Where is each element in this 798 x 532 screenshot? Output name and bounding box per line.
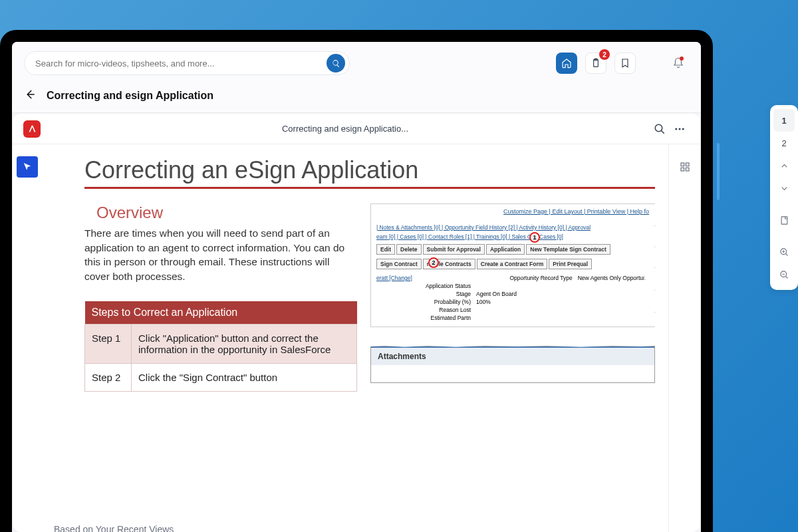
sf-button-row: 1 Edit Delete Submit for Approval Applic… xyxy=(376,244,649,255)
document-right-column: Customize Page | Edit Layout | Printable… xyxy=(370,203,655,392)
chevron-up-icon xyxy=(779,161,789,171)
sf-edit-button: Edit xyxy=(376,244,395,255)
svg-point-3 xyxy=(676,128,677,130)
page-2-button[interactable]: 2 xyxy=(773,132,795,154)
grid-icon xyxy=(680,162,690,172)
recent-views-label: Based on Your Recent Views xyxy=(54,524,174,532)
document-page: Correcting an eSign Application Overview… xyxy=(42,144,668,532)
annotation-circle-1: 1 xyxy=(529,232,540,243)
page-1-button[interactable]: 1 xyxy=(773,109,795,132)
sf-button-row: 2 Sign Contract ntable Contracts Create … xyxy=(376,259,649,269)
grid-view-button[interactable] xyxy=(674,156,696,178)
sf-submit-approval-button: Submit for Approval xyxy=(423,244,485,255)
pdf-search-button[interactable] xyxy=(650,119,670,139)
search-icon xyxy=(654,123,666,135)
svg-point-4 xyxy=(679,128,680,130)
attachments-panel: Attachments xyxy=(370,346,655,383)
topbar: 2 xyxy=(12,42,701,83)
pdf-sidebar xyxy=(668,144,700,532)
bookmark-icon xyxy=(620,58,630,68)
step-text: Click the "Sign Contract" button xyxy=(132,363,357,391)
cursor-icon xyxy=(22,162,33,172)
table-row: Step 1 Click "Application" button and co… xyxy=(85,324,357,363)
page-title: Correcting and esign Application xyxy=(47,90,213,102)
svg-point-2 xyxy=(655,124,662,132)
clipboard-button[interactable]: 2 xyxy=(585,53,606,74)
home-icon xyxy=(561,58,572,68)
home-button[interactable] xyxy=(556,53,577,74)
salesforce-screenshot: Customize Page | Edit Layout | Printable… xyxy=(370,203,655,327)
document-left-column: Overview There are times when you will n… xyxy=(84,203,357,392)
sf-page-links: Customize Page | Edit Layout | Printable… xyxy=(376,208,649,215)
pdf-more-button[interactable] xyxy=(670,119,690,139)
arrow-left-icon xyxy=(24,88,36,100)
search-button[interactable] xyxy=(327,54,345,72)
zoom-in-icon xyxy=(779,247,789,257)
zoom-out-button[interactable] xyxy=(773,263,795,286)
scrollbar-indicator[interactable] xyxy=(717,143,720,200)
titlebar: Correcting and esign Application xyxy=(12,83,701,113)
pdf-viewer: Correcting and esign Applicatio... Corre… xyxy=(13,114,700,532)
steps-table: Steps to Correct an Application Step 1 C… xyxy=(84,301,357,392)
svg-rect-9 xyxy=(686,168,689,171)
sf-change-link: eratt [Change] xyxy=(376,275,412,281)
pdf-toolstrip xyxy=(13,144,42,532)
sf-related-nav: | Notes & Attachments [0] | Opportunity … xyxy=(376,224,649,231)
svg-rect-7 xyxy=(686,163,689,166)
search-container xyxy=(24,51,350,75)
sf-sign-contract-button: Sign Contract xyxy=(376,259,422,269)
adobe-icon xyxy=(23,120,41,138)
notification-dot xyxy=(680,57,684,61)
annotation-circle-2: 2 xyxy=(428,257,439,268)
zoom-in-button[interactable] xyxy=(773,241,795,263)
next-page-button[interactable] xyxy=(773,177,795,200)
pdf-body: Correcting an eSign Application Overview… xyxy=(13,144,700,532)
search-input[interactable] xyxy=(35,59,327,68)
chevron-down-icon xyxy=(779,184,789,194)
search-icon xyxy=(332,59,340,68)
step-number: Step 1 xyxy=(85,324,132,363)
sf-create-contract-button: Create a Contract Form xyxy=(477,259,547,269)
notifications-button[interactable] xyxy=(668,53,689,74)
bookmark-button[interactable] xyxy=(614,53,636,74)
overview-heading: Overview xyxy=(96,203,357,222)
back-button[interactable] xyxy=(24,88,36,103)
document-area[interactable]: Correcting an eSign Application Overview… xyxy=(42,144,668,532)
fit-page-button[interactable] xyxy=(773,209,795,231)
svg-rect-10 xyxy=(781,216,787,223)
overview-text: There are times when you will need to se… xyxy=(84,226,357,284)
sf-related-nav: eam [0] | Cases [0] | Contact Roles [1] … xyxy=(376,233,649,240)
attachments-heading: Attachments xyxy=(371,346,654,365)
zoom-out-icon xyxy=(779,270,789,280)
tablet-frame: 2 Correcting and esign Application Corre… xyxy=(0,30,713,532)
app-screen: 2 Correcting and esign Application Corre… xyxy=(12,42,701,532)
pdf-document-title: Correcting and esign Applicatio... xyxy=(41,124,650,134)
sf-print-prequal-button: Print Prequal xyxy=(549,259,592,269)
sf-delete-button: Delete xyxy=(396,244,422,255)
prev-page-button[interactable] xyxy=(773,154,795,177)
pdf-header: Correcting and esign Applicatio... xyxy=(13,114,700,144)
svg-point-5 xyxy=(683,128,684,130)
clipboard-icon xyxy=(591,58,601,68)
steps-table-header: Steps to Correct an Application xyxy=(85,301,357,325)
sf-application-button: Application xyxy=(486,244,525,255)
clipboard-badge: 2 xyxy=(599,49,610,60)
svg-rect-6 xyxy=(681,163,684,166)
step-text: Click "Application" button and correct t… xyxy=(132,324,357,363)
page-tools-panel: 1 2 xyxy=(770,105,798,290)
step-number: Step 2 xyxy=(85,363,132,391)
table-row: Step 2 Click the "Sign Contract" button xyxy=(85,363,357,391)
sf-new-template-button: New Template Sign Contract xyxy=(526,244,610,255)
svg-rect-8 xyxy=(681,168,684,171)
document-icon xyxy=(779,215,789,225)
select-tool[interactable] xyxy=(17,156,38,178)
more-horizontal-icon xyxy=(674,123,686,135)
document-heading: Correcting an eSign Application xyxy=(84,156,655,189)
sf-fields: eratt [Change] Opportunity Record Type N… xyxy=(376,275,649,321)
